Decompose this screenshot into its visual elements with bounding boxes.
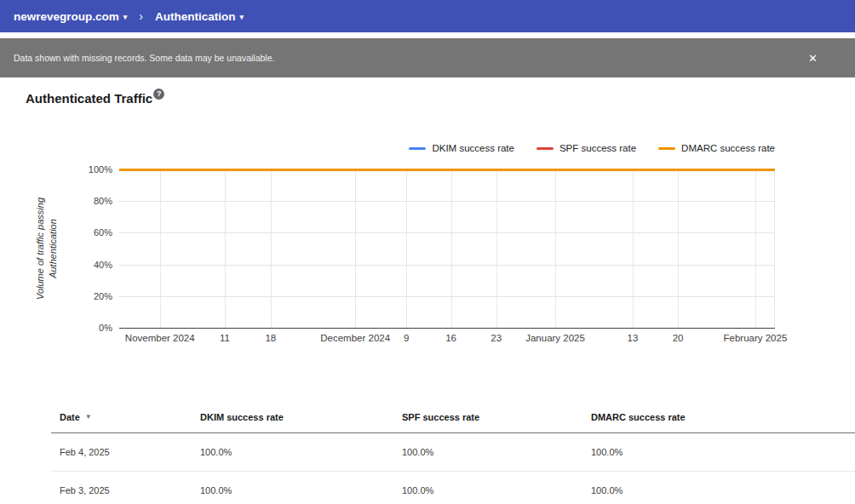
column-header[interactable]: SPF success rate [402,412,591,422]
series-line-dmarc [119,169,775,171]
x-axis-line [119,328,775,329]
chart-legend: DKIM success rateSPF success rateDMARC s… [409,143,775,153]
h-gridline [119,201,775,202]
legend-swatch [409,147,426,150]
x-tick-label: 23 [491,333,502,343]
v-gridline [678,169,679,328]
legend-item[interactable]: DKIM success rate [409,143,514,153]
x-tick-label: February 2025 [723,333,787,343]
column-header-label: DKIM success rate [200,412,284,422]
table-row: Feb 3, 2025100.0%100.0%100.0% [51,472,855,504]
topbar: newrevegroup.com ▾ › Authentication ▾ [0,0,855,32]
x-tick-label: 11 [220,333,230,343]
y-tick-label: 20% [77,291,112,301]
table-cell: 100.0% [402,485,591,495]
legend-swatch [658,147,675,150]
legend-item[interactable]: DMARC success rate [658,143,775,153]
h-gridline [119,232,775,233]
y-axis-labels: 100%80%60%40%20%0% [77,169,112,328]
warning-banner: Data shown with missing records. Some da… [0,38,855,77]
x-tick-label: 9 [404,333,409,343]
x-axis-labels: November 20241118December 202491623Janua… [119,333,775,346]
column-header[interactable]: DMARC success rate [591,412,855,422]
h-gridline [119,296,775,297]
sort-desc-icon: ▼ [85,413,92,421]
legend-label: SPF success rate [559,143,636,153]
table-cell: 100.0% [402,447,591,457]
v-gridline [271,169,272,328]
table-cell: 100.0% [200,447,402,457]
column-header-label: DMARC success rate [591,412,686,422]
legend-label: DKIM success rate [432,143,514,153]
y-tick-label: 60% [77,227,112,238]
chevron-down-icon: ▾ [123,11,128,21]
table-cell: Feb 4, 2025 [60,447,200,457]
x-tick-label: 18 [265,333,276,343]
v-gridline [555,169,556,328]
table-header-row: Date▼DKIM success rateSPF success rateDM… [51,401,855,433]
v-gridline [451,169,452,328]
v-gridline [225,169,226,328]
chevron-down-icon: ▾ [239,11,244,21]
v-gridline [755,169,756,328]
table-cell: 100.0% [200,485,402,495]
column-header-label: SPF success rate [402,412,479,422]
help-icon[interactable]: ? [153,89,164,100]
table-row: Feb 4, 2025100.0%100.0%100.0% [51,433,855,472]
domain-label: newrevegroup.com [14,10,119,23]
title-row: Authenticated Traffic? [26,91,164,106]
y-tick-label: 0% [77,323,112,333]
x-tick-label: 16 [445,333,456,343]
main-content: Authenticated Traffic? DKIM success rate… [0,77,855,504]
column-header[interactable]: Date▼ [60,412,200,422]
section-selector[interactable]: Authentication ▾ [155,10,244,23]
y-axis-title-line2: Authentication [47,198,60,300]
y-tick-label: 100% [77,164,112,175]
table-cell: 100.0% [591,447,855,457]
table-body: Feb 4, 2025100.0%100.0%100.0%Feb 3, 2025… [51,433,855,504]
v-gridline [355,169,356,328]
legend-label: DMARC success rate [681,143,775,153]
h-gridline [119,265,775,266]
banner-message: Data shown with missing records. Some da… [14,53,274,63]
legend-item[interactable]: SPF success rate [537,143,636,153]
column-header-label: Date [60,412,80,422]
v-gridline [496,169,497,328]
page-title: Authenticated Traffic [26,91,152,106]
section-label: Authentication [155,10,236,23]
legend-swatch [537,147,554,150]
x-tick-label: 13 [628,333,639,343]
data-table: Date▼DKIM success rateSPF success rateDM… [51,401,855,504]
y-tick-label: 40% [77,260,112,270]
x-tick-label: January 2025 [525,333,585,343]
v-gridline [160,169,161,328]
column-header[interactable]: DKIM success rate [200,412,402,422]
y-axis-title-line1: Volume of traffic passing [34,198,47,300]
table-cell: Feb 3, 2025 [60,485,200,495]
x-tick-label: December 2024 [320,333,390,343]
x-tick-label: 20 [673,333,684,343]
y-tick-label: 80% [77,196,112,206]
y-axis-title: Volume of traffic passing Authentication [34,198,60,300]
v-gridline [406,169,407,328]
plot-right-border [774,169,775,328]
chart-plot [119,169,775,328]
table-cell: 100.0% [591,485,855,495]
close-icon[interactable]: ✕ [808,52,818,65]
domain-selector[interactable]: newrevegroup.com ▾ [14,10,127,23]
v-gridline [633,169,634,328]
x-tick-label: November 2024 [125,333,195,343]
breadcrumb-separator-icon: › [139,9,143,23]
